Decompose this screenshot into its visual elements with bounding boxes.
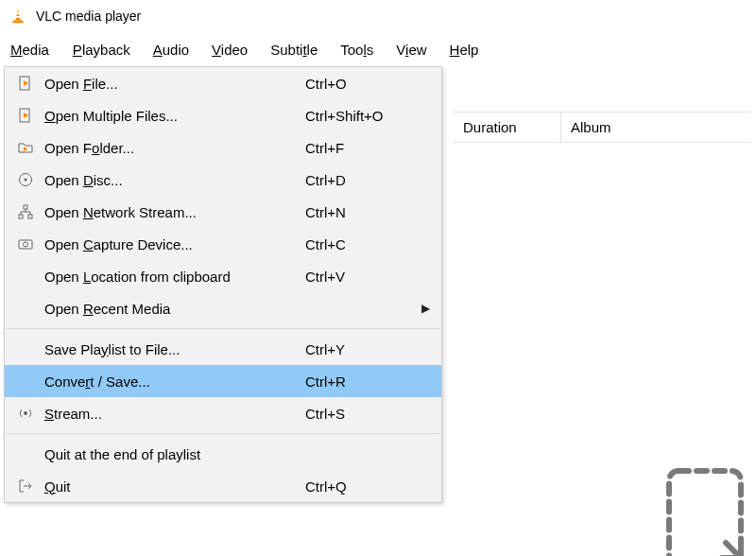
exit-icon: [12, 478, 39, 494]
svg-rect-13: [28, 215, 32, 218]
menuitem-shortcut: Ctrl+Y: [305, 341, 417, 357]
menuitem-label: Save Playlist to File...: [39, 341, 305, 357]
menu-audio[interactable]: Audio: [153, 42, 189, 58]
menuitem-shortcut: Ctrl+C: [305, 236, 417, 252]
column-album[interactable]: Album: [561, 113, 750, 142]
svg-marker-8: [24, 147, 28, 151]
svg-marker-0: [15, 9, 20, 21]
menuitem-shortcut: Ctrl+F: [305, 140, 417, 156]
menu-view[interactable]: View: [396, 42, 426, 58]
dropzone-icon: [665, 467, 745, 556]
svg-rect-11: [24, 205, 27, 209]
menuitem-label: Quit: [39, 478, 305, 495]
menuitem-shortcut: Ctrl+Shift+O: [305, 108, 417, 124]
app-title: VLC media player: [36, 9, 141, 24]
stream-icon: [12, 406, 39, 421]
menuitem-label: Quit at the end of playlist: [39, 446, 305, 462]
menuitem-label: Open Location from clipboard: [39, 269, 305, 285]
menuitem-open-file[interactable]: Open File... Ctrl+O: [5, 67, 441, 99]
menuitem-shortcut: Ctrl+O: [305, 76, 417, 92]
menuitem-shortcut: Ctrl+Q: [305, 478, 417, 495]
vlc-cone-icon: [9, 8, 26, 25]
menuitem-convert-save[interactable]: Convert / Save... Ctrl+R: [5, 365, 441, 397]
menu-separator: [7, 328, 439, 329]
menuitem-label: Open Folder...: [39, 140, 305, 156]
svg-point-16: [24, 411, 27, 415]
menuitem-shortcut: Ctrl+N: [305, 204, 417, 220]
menuitem-label: Open File...: [39, 76, 305, 92]
file-play-icon: [12, 76, 39, 91]
menu-help[interactable]: Help: [450, 42, 479, 58]
disc-icon: [12, 172, 39, 187]
menu-tools[interactable]: Tools: [340, 42, 373, 58]
menubar: Media Playback Audio Video Subtitle Tool…: [0, 32, 756, 66]
menuitem-save-playlist[interactable]: Save Playlist to File... Ctrl+Y: [5, 333, 441, 365]
menuitem-shortcut: Ctrl+S: [305, 406, 417, 422]
network-icon: [12, 204, 39, 219]
submenu-arrow-icon: ▶: [417, 302, 434, 315]
menuitem-label: Open Network Stream...: [39, 204, 305, 220]
menuitem-open-network[interactable]: Open Network Stream... Ctrl+N: [5, 196, 441, 228]
file-play-icon: [12, 108, 39, 123]
svg-point-10: [25, 179, 27, 182]
menu-playback[interactable]: Playback: [73, 42, 130, 58]
menuitem-quit-end[interactable]: Quit at the end of playlist: [5, 438, 441, 470]
menuitem-label: Stream...: [39, 406, 305, 422]
menuitem-shortcut: Ctrl+R: [305, 374, 417, 390]
menu-subtitle[interactable]: Subtitle: [270, 42, 318, 58]
menu-video[interactable]: Video: [212, 42, 248, 58]
menuitem-open-recent[interactable]: Open Recent Media ▶: [5, 292, 441, 324]
folder-play-icon: [12, 140, 39, 155]
playlist-columns: Duration Album: [454, 112, 750, 143]
media-dropdown: Open File... Ctrl+O Open Multiple Files.…: [4, 66, 442, 503]
menu-media[interactable]: Media: [9, 41, 50, 59]
svg-rect-14: [19, 240, 32, 249]
menu-separator: [7, 433, 439, 434]
column-duration[interactable]: Duration: [454, 113, 561, 142]
menuitem-stream[interactable]: Stream... Ctrl+S: [5, 397, 441, 429]
menuitem-label: Open Recent Media: [39, 301, 305, 317]
menuitem-open-disc[interactable]: Open Disc... Ctrl+D: [5, 164, 441, 196]
svg-rect-12: [19, 215, 23, 218]
menuitem-quit[interactable]: Quit Ctrl+Q: [5, 470, 441, 502]
menuitem-open-multiple[interactable]: Open Multiple Files... Ctrl+Shift+O: [5, 99, 441, 131]
menuitem-label: Open Multiple Files...: [39, 108, 305, 124]
svg-marker-3: [12, 21, 25, 24]
svg-marker-5: [24, 80, 28, 86]
capture-icon: [12, 236, 39, 252]
svg-marker-7: [24, 113, 28, 118]
menuitem-open-clipboard[interactable]: Open Location from clipboard Ctrl+V: [5, 260, 441, 292]
menuitem-label: Open Capture Device...: [39, 236, 305, 252]
menuitem-label: Open Disc...: [39, 172, 305, 188]
svg-point-15: [24, 242, 28, 247]
menuitem-shortcut: Ctrl+D: [305, 172, 417, 188]
menuitem-shortcut: Ctrl+V: [305, 269, 417, 285]
titlebar: VLC media player: [0, 0, 756, 32]
menuitem-open-folder[interactable]: Open Folder... Ctrl+F: [5, 131, 441, 164]
svg-rect-1: [16, 12, 20, 14]
menuitem-open-capture[interactable]: Open Capture Device... Ctrl+C: [5, 228, 441, 260]
menuitem-label: Convert / Save...: [39, 374, 305, 390]
svg-rect-2: [16, 16, 21, 18]
